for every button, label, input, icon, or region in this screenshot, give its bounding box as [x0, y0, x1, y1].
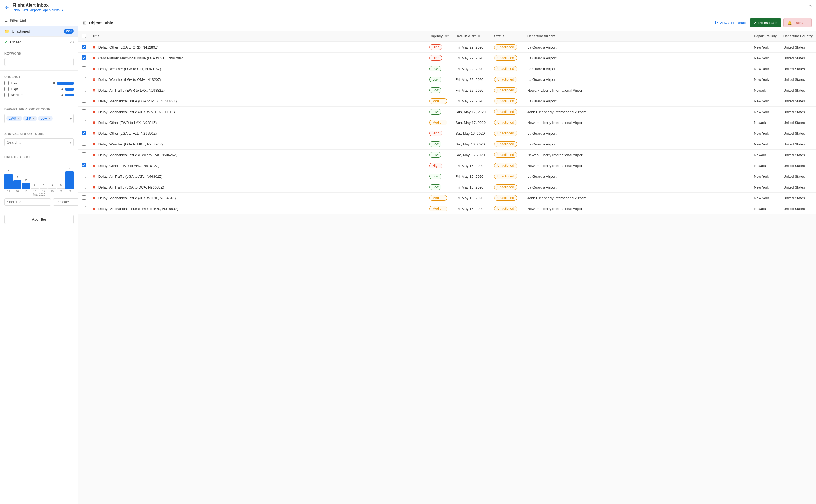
status-badge-5: Unactioned — [494, 98, 517, 104]
row-airport-8: La Guardia Airport — [524, 128, 751, 139]
status-badge-3: Unactioned — [494, 77, 517, 82]
urgency-high-row: High 4 — [4, 87, 74, 91]
chart-label-6: 21 — [57, 190, 65, 193]
row-city-4: Newark — [751, 85, 780, 96]
row-airport-14: John F Kennedy International Airport — [524, 193, 751, 203]
chart-label-7: 22 — [65, 190, 74, 193]
view-details-button[interactable]: 👁 View Alert Details — [714, 20, 748, 25]
deescalate-button[interactable]: ✔ De-escalate — [750, 18, 781, 27]
row-checkbox-15[interactable] — [82, 206, 86, 210]
urgency-low-checkbox[interactable] — [4, 81, 9, 85]
arrival-dropdown-icon: ▾ — [70, 140, 71, 144]
tag-lga: LGA ✕ — [38, 116, 53, 121]
row-checkbox-14[interactable] — [82, 195, 86, 200]
filter-icon: ☰ — [4, 18, 8, 22]
start-date-input[interactable] — [4, 198, 51, 206]
urgency-badge-5: Medium — [429, 98, 447, 104]
row-checkbox-3[interactable] — [82, 77, 86, 81]
urgency-medium-checkbox[interactable] — [4, 93, 9, 97]
keyword-input[interactable] — [4, 58, 74, 66]
row-city-7: Newark — [751, 117, 780, 128]
subtitle-dropdown-arrow[interactable]: ▾ — [62, 8, 63, 12]
row-title-text-7: Delay: Other (EWR to LAX, N9881Z) — [98, 121, 157, 125]
table-row: ✖ Delay: Other (LGA to FLL, N29550Z) Hig… — [78, 128, 816, 139]
row-city-2: New York — [751, 63, 780, 74]
remove-ewr[interactable]: ✕ — [17, 117, 20, 120]
urgency-badge-3: Low — [429, 77, 441, 82]
row-urgency-11: High — [426, 160, 452, 171]
arrival-airport-section: ARRIVAL AIRPORT CODE ▾ — [0, 128, 78, 151]
keyword-section: KEYWORD — [0, 47, 78, 71]
keyword-label: KEYWORD — [4, 52, 74, 55]
row-title-text-15: Delay: Mechanical Issue (EWR to BOS, N31… — [98, 207, 178, 211]
status-badge-14: Unactioned — [494, 195, 517, 201]
row-country-5: United States — [780, 96, 816, 107]
row-checkbox-4[interactable] — [82, 88, 86, 92]
departure-dropdown-arrow[interactable]: ▾ — [70, 116, 72, 121]
row-title-0: ✖ Delay: Other (LGA to ORD, N41289Z) — [89, 42, 426, 53]
chart-label-0: 15 — [4, 190, 13, 193]
select-all-checkbox[interactable] — [82, 34, 86, 38]
add-filter-button[interactable]: Add filter — [4, 215, 74, 224]
row-title-text-10: Delay: Mechanical Issue (EWR to JAX, N50… — [98, 153, 177, 157]
remove-lga[interactable]: ✕ — [48, 117, 51, 120]
end-date-input[interactable] — [53, 198, 78, 206]
sidebar-item-unactioned[interactable]: 📁 Unactioned 229 — [0, 26, 78, 37]
chart-bar-1: 3 — [13, 180, 22, 189]
urgency-badge-1: High — [429, 55, 442, 61]
alert-icon-0: ✖ — [92, 45, 95, 49]
row-airport-3: La Guardia Airport — [524, 74, 751, 85]
inbox-subtitle[interactable]: Inbox: NYC airports, open alerts ▾ — [12, 8, 63, 12]
row-title-text-1: Cancellation: Mechincal Issue (LGA to ST… — [98, 56, 184, 60]
row-title-text-5: Delay: Mechanical Issue (LGA to PDX, N53… — [98, 99, 177, 103]
chart-label-2: 17 — [22, 190, 30, 193]
row-urgency-9: Low — [426, 139, 452, 150]
row-checkbox-7[interactable] — [82, 120, 86, 124]
row-checkbox-13[interactable] — [82, 185, 86, 189]
row-country-8: United States — [780, 128, 816, 139]
subtitle-link[interactable]: NYC airports, open alerts — [22, 8, 60, 12]
help-icon[interactable]: ? — [809, 4, 812, 10]
urgency-high-checkbox[interactable] — [4, 87, 9, 91]
row-date-11: Fri, May 15, 2020 — [452, 160, 491, 171]
alert-icon-15: ✖ — [92, 207, 95, 211]
sidebar-item-closed[interactable]: ✔ Closed 70 — [0, 37, 78, 47]
table-row: ✖ Delay: Mechanical Issue (JFK to ATL, N… — [78, 107, 816, 117]
alert-icon-13: ✖ — [92, 185, 95, 189]
row-title-text-13: Delay: Air Traffic (LGA to DCA, N96030Z) — [98, 185, 164, 189]
remove-jfk[interactable]: ✕ — [32, 117, 35, 120]
row-checkbox-12[interactable] — [82, 174, 86, 178]
date-sort-icon[interactable]: ⇅ — [478, 35, 480, 38]
escalate-button[interactable]: 🔔 Escalate — [783, 18, 812, 27]
alert-icon-3: ✖ — [92, 78, 95, 82]
main-layout: ☰ Filter List 📁 Unactioned 229 ✔ Closed … — [0, 15, 816, 504]
row-status-0: Unactioned — [491, 42, 524, 53]
departure-airport-section: DEPARTURE AIRPORT CODE EWR ✕ JFK ✕ LGA ✕… — [0, 103, 78, 128]
departure-airport-tags[interactable]: EWR ✕ JFK ✕ LGA ✕ ▾ — [4, 114, 74, 123]
urgency-badge-15: Medium — [429, 206, 447, 211]
row-checkbox-1[interactable] — [82, 55, 86, 60]
row-checkbox-5[interactable] — [82, 99, 86, 103]
row-airport-11: Newark Liberty International Airport — [524, 160, 751, 171]
alert-icon-1: ✖ — [92, 56, 95, 60]
row-checkbox-6[interactable] — [82, 109, 86, 113]
row-checkbox-9[interactable] — [82, 142, 86, 146]
col-date-label: Date Of Alert — [455, 34, 476, 38]
row-title-4: ✖ Delay: Air Traffic (EWR to LAX, N19382… — [89, 85, 426, 96]
row-checkbox-2[interactable] — [82, 66, 86, 70]
row-checkbox-cell-13 — [78, 182, 89, 193]
row-checkbox-cell-0 — [78, 42, 89, 53]
row-urgency-6: Low — [426, 107, 452, 117]
row-checkbox-8[interactable] — [82, 131, 86, 135]
urgency-sort-icon[interactable]: ⇅2 — [445, 35, 449, 38]
table-body: ✖ Delay: Other (LGA to ORD, N41289Z) Hig… — [78, 42, 816, 214]
row-urgency-15: Medium — [426, 203, 452, 214]
row-airport-5: La Guardia Airport — [524, 96, 751, 107]
row-checkbox-0[interactable] — [82, 45, 86, 49]
alert-icon-11: ✖ — [92, 164, 95, 168]
col-header-date: Date Of Alert ⇅ — [452, 31, 491, 42]
arrival-search-input[interactable] — [4, 138, 74, 146]
row-checkbox-11[interactable] — [82, 163, 86, 167]
row-checkbox-10[interactable] — [82, 152, 86, 156]
table-icon: ⊞ — [83, 20, 86, 25]
